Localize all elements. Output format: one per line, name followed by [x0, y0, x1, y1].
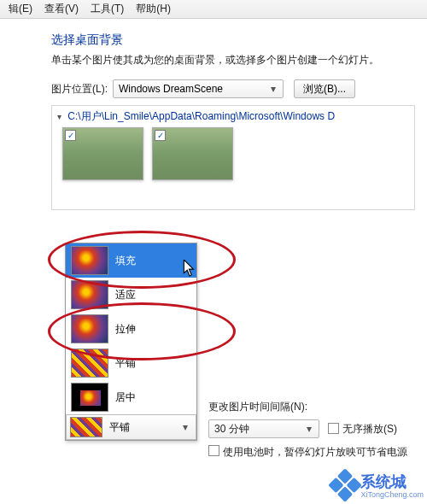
- position-selected-label: 平铺: [109, 420, 130, 435]
- interval-combo[interactable]: 30 分钟 ▾: [208, 419, 319, 438]
- option-label: 适应: [115, 288, 136, 302]
- battery-label: 使用电池时，暂停幻灯片放映可节省电源: [223, 445, 407, 460]
- chevron-down-icon: ▾: [267, 83, 279, 95]
- chevron-down-icon: ▾: [178, 420, 192, 434]
- swatch-icon: [71, 246, 108, 275]
- swatch-icon: [71, 314, 108, 343]
- path-text: C:\用户\Lin_Smile\AppData\Roaming\Microsof…: [67, 110, 335, 122]
- menu-tools[interactable]: 工具(T): [91, 2, 124, 16]
- interval-label: 更改图片时间间隔(N):: [208, 400, 407, 414]
- position-select[interactable]: 平铺 ▾: [66, 414, 196, 440]
- path-row[interactable]: ▾ C:\用户\Lin_Smile\AppData\Roaming\Micros…: [57, 109, 409, 124]
- thumb-checkbox[interactable]: ✓: [65, 130, 76, 141]
- brand-subtext: XiTongCheng.com: [360, 490, 424, 499]
- menu-view[interactable]: 查看(V): [44, 2, 79, 16]
- battery-checkbox[interactable]: [208, 445, 219, 456]
- watermark: 系统城 XiTongCheng.com: [333, 472, 424, 499]
- position-option-fill[interactable]: 填充: [66, 243, 196, 278]
- swatch-icon: [70, 417, 102, 437]
- shuffle-checkbox[interactable]: [328, 423, 339, 434]
- location-combo[interactable]: Windows DreamScene ▾: [113, 79, 284, 98]
- wallpaper-thumb[interactable]: ✓: [62, 127, 143, 180]
- page-title: 选择桌面背景: [51, 32, 415, 48]
- thumb-checkbox[interactable]: ✓: [155, 130, 166, 141]
- option-label: 平铺: [115, 356, 136, 371]
- position-dropdown: 填充 适应 拉伸 平铺 居中 平铺 ▾: [65, 243, 197, 441]
- swatch-icon: [71, 349, 108, 378]
- location-label: 图片位置(L):: [51, 82, 108, 97]
- swatch-icon: [71, 383, 108, 412]
- swatch-icon: [71, 280, 108, 309]
- interval-value: 30 分钟: [214, 422, 249, 437]
- position-option-stretch[interactable]: 拉伸: [66, 312, 196, 346]
- option-label: 填充: [115, 254, 136, 268]
- chevron-down-icon: ▾: [303, 423, 315, 435]
- page-subtitle: 单击某个图片使其成为您的桌面背景，或选择多个图片创建一个幻灯片。: [51, 53, 415, 67]
- wallpaper-thumb[interactable]: ✓: [152, 127, 233, 180]
- brand-text: 系统城: [360, 472, 424, 492]
- browse-button[interactable]: 浏览(B)...: [294, 79, 355, 98]
- option-label: 拉伸: [115, 322, 136, 337]
- shuffle-label: 无序播放(S): [342, 423, 397, 435]
- logo-icon: [329, 468, 363, 502]
- position-option-tile[interactable]: 平铺: [66, 346, 196, 380]
- location-value: Windows DreamScene: [119, 83, 223, 95]
- menu-help[interactable]: 帮助(H): [136, 2, 171, 16]
- position-option-center[interactable]: 居中: [66, 380, 196, 414]
- position-option-fit[interactable]: 适应: [66, 278, 196, 312]
- triangle-icon: ▾: [57, 112, 61, 121]
- menubar: 辑(E) 查看(V) 工具(T) 帮助(H): [0, 0, 427, 19]
- menu-edit[interactable]: 辑(E): [9, 2, 32, 16]
- shuffle-checkbox-row[interactable]: 无序播放(S): [328, 422, 397, 437]
- option-label: 居中: [115, 390, 136, 405]
